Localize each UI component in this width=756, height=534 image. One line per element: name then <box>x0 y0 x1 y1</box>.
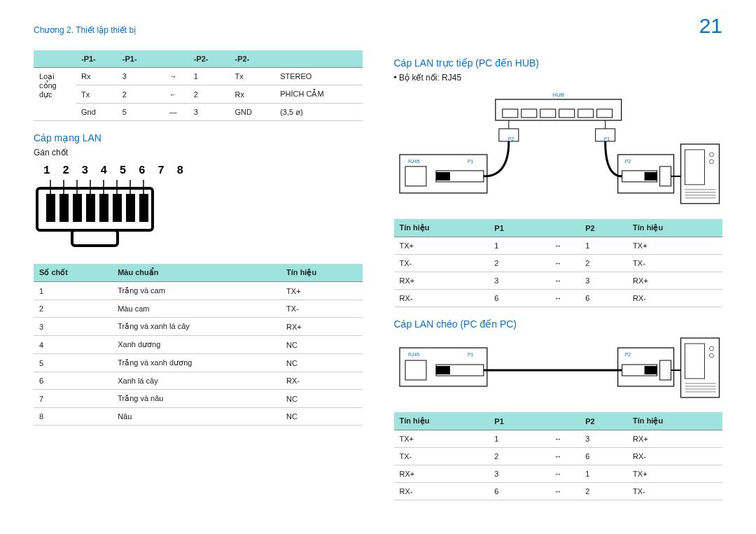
table-cell: 1 <box>580 237 627 255</box>
table-header: -P2- <box>188 50 230 68</box>
table-cell: RX+ <box>394 465 489 483</box>
svg-rect-47 <box>405 360 426 380</box>
pin-assignment-subheading: Gán chốt <box>34 148 363 157</box>
table-cell: 2 <box>34 300 112 318</box>
left-column: -P1--P1--P2--P2- Loại cổng đựcRx3→1TxSTE… <box>34 50 363 512</box>
svg-rect-19 <box>502 109 517 118</box>
p2-right-label2: P2 <box>624 352 631 357</box>
table-row: 8NâuNC <box>34 408 363 426</box>
table-cell: TX- <box>394 255 489 272</box>
svg-rect-2 <box>46 194 55 222</box>
pc-to-pc-diagram: RJ45 P1 P2 <box>394 334 723 404</box>
pin-numbers-label: 1 2 3 4 5 6 7 8 <box>43 164 363 177</box>
table-cell: 2 <box>580 483 627 500</box>
table-cell: TX- <box>281 300 362 318</box>
table-header: P1 <box>489 412 536 430</box>
table-cell: 6 <box>34 372 112 390</box>
content-columns: -P1--P1--P2--P2- Loại cổng đựcRx3→1TxSTE… <box>34 50 722 512</box>
svg-rect-52 <box>644 366 657 374</box>
p1-hub-label: P1 <box>603 136 610 141</box>
table-cell: 5 <box>117 104 158 121</box>
table-cell: 2 <box>580 255 627 272</box>
svg-point-40 <box>709 160 713 164</box>
table-row: 2Màu camTX- <box>34 300 363 318</box>
table-row: Loại cổng đựcRx3→1TxSTEREO <box>34 68 363 85</box>
table-cell: 6 <box>489 290 536 307</box>
table-cell: RX+ <box>627 272 722 290</box>
table-cell: 1 <box>188 68 230 85</box>
svg-rect-21 <box>540 109 555 118</box>
table-cell: RX- <box>627 448 722 465</box>
table-cell: ← <box>158 85 188 104</box>
svg-rect-36 <box>659 167 671 186</box>
table-header <box>158 50 188 68</box>
table-cell: TX+ <box>394 237 489 255</box>
table-cell: Tx <box>76 85 117 104</box>
cross-lan-table: Tín hiệuP1P2Tín hiệu TX+1↔3RX+TX-2↔6RX-R… <box>394 412 723 500</box>
table-cell: 6 <box>489 483 536 500</box>
svg-rect-3 <box>59 194 69 222</box>
table-cell: Xanh lá cây <box>112 372 281 390</box>
table-cell: RX- <box>394 290 489 307</box>
table-cell: 6 <box>580 290 627 307</box>
lan-cable-heading: Cáp mạng LAN <box>34 132 363 143</box>
table-row: RX+3↔1TX+ <box>394 465 723 483</box>
table-row: 7Trắng và nâuNC <box>34 390 363 408</box>
table-cell: 3 <box>489 465 536 483</box>
svg-point-57 <box>709 353 713 358</box>
table-cell: 4 <box>34 336 112 354</box>
table-cell: Rx <box>76 68 117 85</box>
table-cell: TX- <box>394 448 489 465</box>
svg-rect-49 <box>435 366 449 374</box>
table-cell: ↔ <box>536 448 580 465</box>
table-row: TX-2↔6RX- <box>394 448 723 465</box>
table-header <box>274 50 362 68</box>
page-number: 21 <box>699 14 722 38</box>
table-header: Tín hiệu <box>394 412 489 430</box>
table-cell: 6 <box>580 448 627 465</box>
chapter-title: Chương 2. Thiết lập thiết bị <box>34 25 136 35</box>
table-header: -P2- <box>230 50 275 68</box>
svg-rect-54 <box>680 338 719 398</box>
table-cell: 3 <box>580 430 627 448</box>
table-row: Tx2←2RxPHÍCH CẮM <box>34 85 363 104</box>
table-cell: (3,5 ø) <box>274 104 362 121</box>
table-header: Tín hiệu <box>394 219 489 237</box>
table-row: TX+1↔1TX+ <box>394 237 723 255</box>
table-row: RX-6↔6RX- <box>394 290 723 307</box>
table-cell: 3 <box>580 272 627 290</box>
svg-rect-4 <box>73 194 82 222</box>
svg-rect-9 <box>139 194 148 222</box>
table-cell: RX+ <box>281 318 362 336</box>
table-cell: — <box>158 104 188 121</box>
table-header <box>536 219 580 237</box>
table-cell: NC <box>281 336 362 354</box>
table-cell: 3 <box>117 68 158 85</box>
direct-lan-heading: Cáp LAN trực tiếp (PC đến HUB) <box>394 57 723 69</box>
table-row: 5Trắng và xanh dươngNC <box>34 354 363 372</box>
table-cell: NC <box>281 408 362 426</box>
table-cell: Rx <box>230 85 275 104</box>
svg-point-39 <box>709 153 713 157</box>
svg-rect-35 <box>644 172 657 181</box>
table-cell: 1 <box>580 465 627 483</box>
table-header <box>34 50 76 68</box>
table-cell: Xanh dương <box>112 336 281 354</box>
table-cell: TX- <box>627 483 722 500</box>
table-cell: Trắng và nâu <box>112 390 281 408</box>
table-cell: RX+ <box>394 272 489 290</box>
svg-rect-53 <box>659 360 671 380</box>
table-row: RX+3↔3RX+ <box>394 272 723 290</box>
svg-rect-8 <box>126 194 135 222</box>
table-row: Gnd5—3GND(3,5 ø) <box>34 104 363 121</box>
table-cell: ↔ <box>536 483 580 500</box>
svg-rect-55 <box>685 344 704 379</box>
table-cell: 2 <box>489 448 536 465</box>
right-column: Cáp LAN trực tiếp (PC đến HUB) Bộ kết nố… <box>394 50 723 512</box>
table-cell: Trắng và xanh lá cây <box>112 318 281 336</box>
rj45-left-label2: RJ45 <box>407 352 419 357</box>
svg-rect-7 <box>113 194 122 222</box>
table-cell: Màu cam <box>112 300 281 318</box>
table-header <box>536 412 580 430</box>
table-cell: 2 <box>489 255 536 272</box>
